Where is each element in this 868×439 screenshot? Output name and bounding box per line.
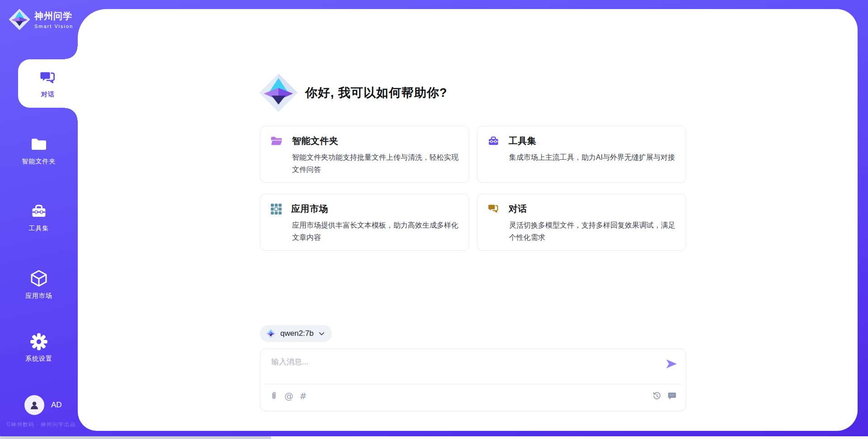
brand-title: 神州问学 [34, 10, 73, 22]
brand: 神州问学 Smart Vision [8, 8, 73, 31]
card-chat[interactable]: 对话 灵活切换多模型文件，支持多样回复效果调试，满足个性化需求 [477, 194, 686, 251]
card-description: 集成市场上主流工具，助力AI与外界无缝扩展与对接 [509, 151, 682, 163]
chat-icon [39, 69, 57, 87]
sidebar-item-label: 系统设置 [25, 355, 52, 363]
sidebar-item-smart-folder[interactable]: 智能文件夹 [0, 135, 78, 166]
message-input[interactable] [271, 356, 646, 368]
at-icon[interactable]: @ [284, 391, 293, 401]
card-title: 对话 [509, 203, 527, 215]
history-icon[interactable] [652, 391, 661, 401]
model-name: qwen2:7b [280, 329, 314, 338]
sidebar-item-chat[interactable]: 对话 [18, 59, 78, 108]
feature-cards: 智能文件夹 智能文件夹功能支持批量文件上传与清洗，轻松实现文件问答 工具集 集成… [260, 126, 686, 251]
brand-diamond-icon [8, 8, 31, 31]
sidebar-item-settings[interactable]: 系统设置 [0, 333, 78, 363]
active-tab-curve-top [65, 47, 78, 59]
card-app-market[interactable]: 应用市场 应用市场提供丰富长文本模板，助力高效生成多样化文章内容 [260, 194, 469, 251]
gear-icon [30, 333, 48, 351]
toolbox-icon [30, 202, 48, 220]
main-panel: 你好, 我可以如何帮助你? 智能文件夹 智能文件夹功能支持批量文件上传与清洗，轻… [78, 9, 858, 431]
card-title: 智能文件夹 [292, 135, 339, 147]
brand-subtitle: Smart Vision [34, 24, 73, 29]
grid-icon [270, 203, 282, 215]
paperclip-icon[interactable] [269, 391, 278, 401]
model-selector[interactable]: qwen2:7b [260, 325, 332, 342]
card-title: 应用市场 [291, 203, 328, 215]
folder-icon [30, 135, 48, 153]
cube-icon [29, 269, 48, 288]
card-title: 工具集 [509, 135, 537, 147]
chat-bubble-icon[interactable] [667, 391, 677, 401]
card-smart-folder[interactable]: 智能文件夹 智能文件夹功能支持批量文件上传与清洗，轻松实现文件问答 [260, 126, 469, 183]
greeting-title: 你好, 我可以如何帮助你? [305, 85, 448, 101]
sidebar-item-toolset[interactable]: 工具集 [0, 202, 78, 233]
composer-divider [264, 384, 682, 384]
avatar [24, 395, 44, 415]
card-toolset[interactable]: 工具集 集成市场上主流工具，助力AI与外界无缝扩展与对接 [477, 126, 686, 183]
hash-icon[interactable]: # [299, 391, 307, 401]
brand-diamond-icon [258, 72, 299, 113]
copyright-text: ©神州数码 · 神州问学出品 [0, 421, 82, 429]
sidebar-item-app-market[interactable]: 应用市场 [0, 269, 78, 300]
toolbox-icon [487, 135, 500, 147]
composer-tools-right [652, 391, 677, 401]
user-profile[interactable]: AD [24, 395, 62, 415]
card-description: 灵活切换多模型文件，支持多样回复效果调试，满足个性化需求 [509, 219, 682, 243]
horizontal-scrollbar-track[interactable] [0, 436, 868, 439]
horizontal-scrollbar-thumb[interactable] [0, 436, 271, 439]
composer-tools-left: @ # [269, 391, 307, 401]
chevron-down-icon [318, 330, 325, 337]
chat-icon [487, 203, 500, 215]
message-composer: @ # [260, 348, 686, 411]
card-description: 应用市场提供丰富长文本模板，助力高效生成多样化文章内容 [292, 219, 465, 243]
active-tab-curve-bottom [65, 108, 78, 120]
user-name: AD [51, 401, 62, 410]
brand-diamond-icon [266, 329, 276, 339]
sidebar-item-label: 应用市场 [25, 292, 52, 300]
folder-open-icon [270, 135, 283, 147]
person-icon [28, 399, 40, 411]
sidebar-item-label: 智能文件夹 [22, 157, 56, 166]
sidebar-item-label: 对话 [41, 91, 55, 99]
card-description: 智能文件夹功能支持批量文件上传与清洗，轻松实现文件问答 [292, 151, 465, 176]
sidebar-item-label: 工具集 [29, 224, 49, 233]
greeting-block: 你好, 我可以如何帮助你? [258, 72, 448, 113]
sidebar: 神州问学 Smart Vision 对话 智能文件夹 [0, 0, 78, 439]
send-icon[interactable] [665, 358, 678, 369]
